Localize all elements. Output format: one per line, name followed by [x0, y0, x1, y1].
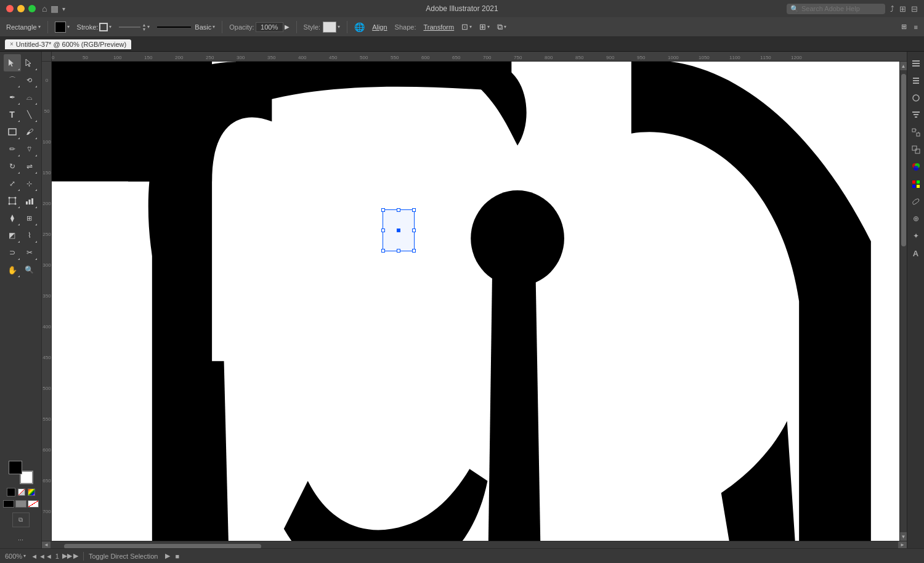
vertical-scrollbar[interactable]: ▲ ▼ [899, 62, 907, 541]
svg-rect-60 [914, 114, 918, 115]
transform-button[interactable]: Transform [421, 22, 456, 32]
play-btn[interactable]: ▶ [165, 552, 170, 560]
pencil-tool[interactable]: ✏ [4, 140, 21, 158]
transform-panel-btn[interactable] [909, 126, 923, 139]
workspace-dropdown-icon[interactable]: ▾ [62, 6, 65, 12]
maximize-button[interactable] [28, 5, 36, 12]
stop-btn[interactable]: ■ [175, 553, 179, 560]
fill-stroke-swatches [9, 461, 33, 484]
free-transform-tool[interactable]: ⟲ [21, 71, 38, 89]
status-div [83, 552, 84, 561]
curvature-tool[interactable]: ⌓ [21, 89, 38, 106]
scroll-down-btn[interactable]: ▼ [900, 532, 907, 541]
fill-swatch[interactable]: ▾ [52, 20, 72, 34]
scroll-right-btn[interactable]: ► [898, 541, 907, 549]
canvas-scroll-area[interactable] [52, 62, 899, 541]
page-next2-btn[interactable]: ▶▶ [62, 552, 72, 560]
search-icon: 🔍 [790, 5, 799, 13]
arrange-button[interactable]: ⧉ ▾ [495, 21, 509, 33]
effects-panel-btn[interactable]: ✦ [909, 229, 923, 243]
swatches-panel-btn[interactable] [909, 177, 923, 191]
mesh-tool[interactable]: ⊞ [21, 209, 38, 227]
zoom-control[interactable]: 600% ▾ [5, 553, 26, 560]
line-style[interactable]: Basic ▾ [155, 22, 217, 32]
fill-mode-btn[interactable] [3, 500, 14, 508]
none-mode-btn[interactable] [28, 500, 39, 508]
pen-tool[interactable]: ✒ [4, 89, 21, 106]
scroll-thumb-v[interactable] [901, 74, 906, 246]
home-icon[interactable]: ⌂ [42, 4, 47, 14]
transform-tool[interactable] [4, 192, 21, 209]
pathfinder-panel-btn[interactable] [909, 143, 923, 156]
svg-text:50: 50 [83, 55, 88, 60]
zoom-tool2[interactable]: 🔍 [21, 261, 38, 278]
type-tool[interactable]: T [4, 106, 21, 123]
close-button[interactable] [6, 5, 14, 12]
stroke-mode-btn[interactable] [15, 500, 26, 508]
puppet-warp-tool[interactable]: ⊹ [21, 175, 38, 192]
rect-tool[interactable] [4, 123, 21, 140]
reflect-tool[interactable]: ⇌ [21, 158, 38, 175]
warp-tool[interactable]: ⌒ [4, 71, 21, 89]
direct-selection-tool[interactable] [21, 54, 38, 71]
align-button[interactable]: Align [370, 22, 389, 32]
horizontal-scrollbar[interactable]: ◄ ► [42, 541, 907, 548]
page-prev-btn[interactable]: ◄ [31, 553, 38, 560]
app-title: Adobe Illustrator 2021 [426, 4, 498, 13]
document-tab[interactable]: × Untitled-37* @ 600% (RGB/Preview) [5, 39, 131, 49]
assets-panel-btn[interactable] [909, 91, 923, 105]
none-fill-btn[interactable] [18, 488, 25, 496]
symbol-btn[interactable]: ⧉ [12, 512, 30, 527]
opacity-input[interactable] [256, 22, 283, 32]
tab-title: Untitled-37* @ 600% (RGB/Preview) [16, 41, 126, 48]
page-prev2-btn[interactable]: ◄◄ [39, 553, 52, 560]
selection-tool[interactable] [4, 54, 21, 71]
svg-text:900: 900 [606, 55, 615, 60]
chart-tool2[interactable] [21, 192, 38, 209]
type-panel-btn[interactable]: A [909, 246, 923, 260]
share-icon[interactable]: ⤴ [890, 4, 894, 14]
pathfinder-button[interactable]: ⊞ ▾ [477, 21, 492, 33]
status-message: Toggle Direct Selection [89, 553, 158, 560]
color-mode-btn[interactable] [28, 488, 35, 496]
global-button[interactable]: 🌐 [352, 21, 367, 33]
page-next-btn[interactable]: ▶ [73, 552, 78, 560]
scroll-left-btn[interactable]: ◄ [42, 541, 51, 549]
stroke-width-input[interactable]: ▲▼ ▾ [116, 22, 152, 33]
stroke-icon-btn[interactable]: Stroke: ▾ [75, 22, 115, 33]
more-tools-btn[interactable]: ··· [12, 533, 30, 546]
blend-tool2[interactable]: ⊃ [4, 244, 21, 261]
panels-icon[interactable]: ⊟ [911, 4, 918, 14]
symbols-panel-btn[interactable]: ⊕ [909, 212, 923, 225]
scale-tool[interactable]: ⤢ [4, 175, 21, 192]
minimize-button[interactable] [17, 5, 25, 12]
style-preview [323, 22, 336, 33]
transform-tools[interactable]: ⊡ ▾ [459, 21, 474, 33]
arrange-icon[interactable]: ⊞ [899, 4, 906, 14]
align-panel-btn[interactable] [909, 108, 923, 122]
scissors-tool2[interactable]: ✂ [21, 244, 38, 261]
svg-text:400: 400 [298, 55, 307, 60]
hand-tool2[interactable]: ✋ [4, 261, 21, 278]
scroll-up-btn[interactable]: ▲ [900, 62, 907, 70]
tab-close-button[interactable]: × [10, 41, 14, 47]
search-help-wrapper[interactable]: 🔍 [787, 4, 885, 14]
search-help-input[interactable] [801, 5, 881, 12]
rotate-tool[interactable]: ↻ [4, 158, 21, 175]
layers-panel-btn[interactable] [909, 74, 923, 87]
fill-color-box[interactable] [9, 461, 22, 474]
workspace-switcher-icon[interactable]: ▦ [51, 4, 59, 14]
line-tool[interactable]: ╲ [21, 106, 38, 123]
grid-view-button[interactable]: ⊞ [899, 22, 909, 32]
shaper-tool[interactable]: ⍢ [21, 140, 38, 158]
paintbrush-tool[interactable]: 🖌 [21, 123, 38, 140]
default-colors-btn[interactable] [7, 488, 15, 496]
scroll-thumb-h[interactable] [64, 544, 261, 549]
gradient-tool[interactable]: ◩ [4, 227, 21, 244]
brushes-panel-btn[interactable] [909, 195, 923, 208]
color-panel-btn[interactable] [909, 160, 923, 174]
paint-bucket-tool2[interactable]: ⧫ [4, 209, 21, 227]
properties-panel-btn[interactable] [909, 57, 923, 70]
eyedropper-tool2[interactable]: ⌇ [21, 227, 38, 244]
panel-button[interactable]: ≡ [912, 22, 920, 32]
